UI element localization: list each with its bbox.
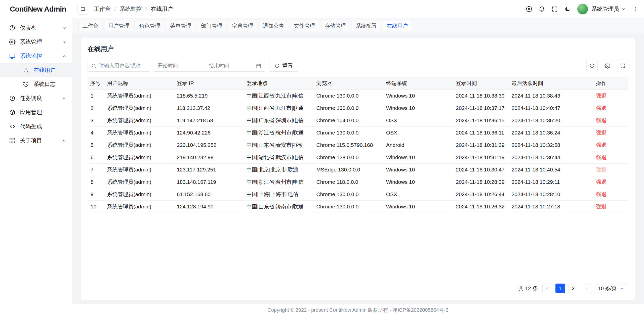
search-input[interactable] <box>99 63 146 69</box>
chevron-down-icon <box>62 40 67 44</box>
table-cell: Windows 10 <box>386 163 456 176</box>
sidebar-item-label: 关于项目 <box>20 137 62 144</box>
page-buttons: 12 <box>555 284 578 293</box>
tab-1[interactable]: 工作台 <box>78 21 102 31</box>
table-settings-button[interactable] <box>602 60 613 71</box>
force-logout-button[interactable]: 强退 <box>596 179 607 185</box>
tab-2[interactable]: 用户管理 <box>104 21 133 31</box>
table-cell: 系统管理员(admin) <box>107 126 177 139</box>
tab-4[interactable]: 菜单管理 <box>166 21 195 31</box>
column-header: 序号 <box>88 77 107 89</box>
column-header: 操作 <box>596 77 628 89</box>
end-time-placeholder: 结束时间 <box>209 62 253 69</box>
avatar[interactable] <box>577 4 588 15</box>
breadcrumb: 工作台 / 系统监控 / 在线用户 <box>94 5 173 13</box>
tab-9[interactable]: 存储管理 <box>321 21 350 31</box>
date-range-picker[interactable]: 开始时间 - 结束时间 <box>154 60 265 72</box>
table-refresh-button[interactable] <box>586 60 598 71</box>
page-button-2[interactable]: 2 <box>569 284 578 293</box>
table-cell: Chrome 130.0.0.0 <box>316 89 386 102</box>
prev-page-button[interactable] <box>542 284 552 293</box>
logo[interactable]: ContiNew Admin <box>0 0 72 18</box>
sidebar-item-1[interactable]: 仪表盘 <box>0 21 72 35</box>
table-cell: Windows 10 <box>386 89 456 102</box>
table-cell: 系统管理员(admin) <box>107 188 177 200</box>
force-logout-button[interactable]: 强退 <box>596 154 607 160</box>
sidebar-subitem[interactable]: 系统日志 <box>0 77 72 91</box>
more-options-button[interactable] <box>632 6 639 12</box>
column-header: 登录时间 <box>456 77 511 89</box>
table-cell: 61.152.168.60 <box>177 188 247 200</box>
table-cell: 2024-11-18 10:28:10 <box>512 188 596 200</box>
table-cell: Chrome 130.0.0.0 <box>316 200 386 213</box>
sidebar-item-5[interactable]: 应用管理 <box>0 105 72 119</box>
settings-icon <box>9 39 16 45</box>
table-cell: 系统管理员(admin) <box>107 89 177 102</box>
force-logout-button[interactable]: 强退 <box>596 130 607 136</box>
table-cell: 中国|广东省|深圳市|电信 <box>247 114 316 126</box>
fullscreen-button[interactable] <box>551 6 558 12</box>
table-cell: Android <box>386 139 456 151</box>
sidebar-item-6[interactable]: 代码生成 <box>0 119 72 133</box>
table-cell: 中国|上海|上海市|电信 <box>247 188 316 200</box>
page-size-select[interactable]: 10 条/页 <box>595 284 627 293</box>
force-logout-button[interactable]: 强退 <box>596 204 607 209</box>
chevron-down-icon <box>62 54 67 59</box>
settings-button[interactable] <box>526 6 532 12</box>
force-logout-button: 强退 <box>596 167 607 172</box>
force-logout-button[interactable]: 强退 <box>596 93 607 99</box>
tab-11[interactable]: 在线用户 <box>383 21 412 31</box>
sidebar-subitem[interactable]: 在线用户 <box>0 63 72 77</box>
sidebar-item-4[interactable]: 任务调度 <box>0 91 72 105</box>
table-cell: Chrome 128.0.0.0 <box>316 151 386 163</box>
tab-10[interactable]: 系统配置 <box>352 21 381 31</box>
table-row: 8系统管理员(admin)183.148.167.119中国|浙江省|台州市|电… <box>88 176 628 188</box>
table-row: 6系统管理员(admin)219.140.232.98中国|湖北省|武汉市|电信… <box>88 151 628 163</box>
table-cell: Chrome 130.0.0.0 <box>316 102 386 114</box>
sidebar-item-2[interactable]: 系统管理 <box>0 35 72 49</box>
breadcrumb-current: 在线用户 <box>151 5 173 13</box>
online-users-card: 在线用户 开始时间 - 结束时间 重置 <box>81 38 635 300</box>
app-title: ContiNew Admin <box>10 5 66 13</box>
table-cell: 2024-11-18 10:38:43 <box>512 89 596 102</box>
table-cell: 183.148.167.119 <box>177 176 247 188</box>
next-page-button[interactable] <box>582 284 591 293</box>
table-cell: 中国|山东省|泰安市|移动 <box>247 139 316 151</box>
page-button-1[interactable]: 1 <box>555 284 565 293</box>
tab-3[interactable]: 角色管理 <box>135 21 164 31</box>
table-cell: 2024-11-18 10:28:39 <box>456 176 511 188</box>
tab-5[interactable]: 部门管理 <box>197 21 226 31</box>
force-logout-button[interactable]: 强退 <box>596 142 607 148</box>
breadcrumb-item[interactable]: 系统监控 <box>119 5 142 13</box>
force-logout-button[interactable]: 强退 <box>596 105 607 111</box>
user-menu[interactable]: 系统管理员 <box>591 5 626 13</box>
notifications-button[interactable] <box>539 6 545 12</box>
breadcrumb-item[interactable]: 工作台 <box>94 5 110 13</box>
table-cell: Chrome 130.0.0.0 <box>316 188 386 200</box>
sidebar-item-7[interactable]: 关于项目 <box>0 133 72 148</box>
chevron-right-icon <box>584 286 589 291</box>
column-header: 用户昵称 <box>107 77 177 89</box>
sidebar-item-label: 应用管理 <box>20 109 67 116</box>
table-cell: 5 <box>88 139 107 151</box>
column-header: 浏览器 <box>316 77 386 89</box>
table-header-row: 序号 用户昵称 登录 IP 登录地点 浏览器 终端系统 登录时间 最后活跃时间 … <box>88 77 628 89</box>
sidebar-item-3[interactable]: 系统监控 <box>0 49 72 63</box>
copyright-text: Copyright © 2022 - present ContiNew Admi… <box>267 307 449 313</box>
force-logout-button[interactable]: 强退 <box>596 117 607 123</box>
topbar: 工作台 / 系统监控 / 在线用户 系统管理员 <box>72 0 644 18</box>
table-fullscreen-button[interactable] <box>617 60 628 71</box>
tab-7[interactable]: 通知公告 <box>259 21 288 31</box>
reset-button[interactable]: 重置 <box>269 60 298 72</box>
table-cell-action: 强退 <box>596 188 628 200</box>
sidebar-collapse-button[interactable] <box>77 4 88 15</box>
table-cell: 7 <box>88 163 107 176</box>
force-logout-button[interactable]: 强退 <box>596 191 607 197</box>
settings-icon <box>605 63 610 69</box>
table-cell: 2024-11-18 10:26:44 <box>456 188 511 200</box>
page-title: 在线用户 <box>88 44 628 53</box>
tab-8[interactable]: 文件管理 <box>290 21 319 31</box>
theme-toggle-button[interactable] <box>564 6 571 12</box>
refresh-icon <box>589 63 595 69</box>
tab-6[interactable]: 字典管理 <box>228 21 257 31</box>
